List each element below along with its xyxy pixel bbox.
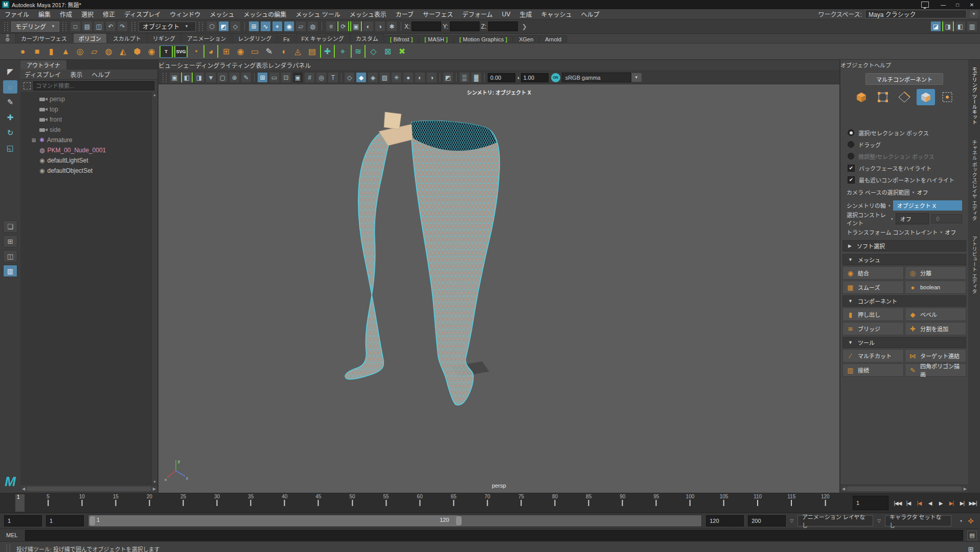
grip-handle[interactable]	[131, 22, 135, 31]
outliner-tab[interactable]: アウトライナ	[20, 60, 66, 70]
animation-start-field[interactable]: 1	[4, 515, 42, 526]
scroll-right-icon[interactable]: ▶	[964, 487, 967, 491]
range-options-icon[interactable]: ▽	[790, 518, 793, 523]
select-by-name-icon[interactable]	[24, 82, 31, 89]
step-back-frame-button[interactable]: |◀	[903, 497, 914, 509]
outliner-item-defaultObjectSet[interactable]: ◉defaultObjectSet	[20, 166, 157, 176]
pencil-curve-icon[interactable]: ✎	[263, 45, 276, 58]
chevron-down-icon[interactable]: ▾	[891, 217, 893, 221]
sculpt-plane-icon[interactable]: ▭	[248, 45, 261, 58]
menu-item[interactable]: キャッシュ	[537, 10, 577, 18]
menu-item[interactable]: 生成	[515, 10, 537, 18]
menu-item[interactable]: メッシュの編集	[239, 10, 291, 18]
svg-tool-icon[interactable]: SVG	[174, 45, 188, 58]
gamma-field[interactable]: 1.00	[521, 73, 549, 82]
sidebar-tab-モデリング ツールキット[interactable]: モデリング ツールキット	[970, 63, 978, 129]
timeline[interactable]: 1 51015202530354045505560657075808590951…	[14, 493, 846, 513]
save-scene-icon[interactable]: ◫	[94, 21, 104, 32]
connect-icon[interactable]: ◇	[367, 45, 380, 58]
field-chart-icon[interactable]: #	[304, 72, 315, 83]
panel-menu-ビュー[interactable]: ビュー	[158, 61, 177, 70]
viewport-panel[interactable]: ビューシェーディングライティング表示レンダラパネル ▣◧◨▼▢⊕✎⊞▭⊡▣#◎T…	[158, 60, 839, 493]
poly-torus-icon[interactable]: ◎	[74, 45, 86, 58]
grip-handle[interactable]	[199, 22, 203, 31]
shelf-tab-スカルプト[interactable]: スカルプト	[107, 33, 147, 43]
outliner-menu-表示[interactable]: 表示	[66, 70, 86, 79]
snap-to-view-planes-icon[interactable]: ▱	[295, 21, 306, 32]
poly-disc-icon[interactable]: ◍	[102, 45, 115, 58]
scale-tool-icon[interactable]: ◱	[3, 142, 17, 155]
modeling-toolkit-toggle-icon[interactable]: ◪	[930, 21, 941, 32]
screen-space-ao-icon[interactable]: ◐	[415, 72, 425, 83]
xray-icon[interactable]: ▒	[459, 72, 470, 83]
film-gate-icon[interactable]: ▭	[269, 72, 280, 83]
grid-icon[interactable]: ⊞	[257, 72, 268, 83]
grip-handle[interactable]	[163, 73, 167, 82]
scroll-right-icon[interactable]: ▶	[153, 487, 156, 491]
menu-item[interactable]: 編集	[34, 10, 55, 18]
toolkit-menu-オブジェクト[interactable]: オブジェクト	[840, 61, 874, 69]
menu-item[interactable]: ヘルプ	[577, 10, 604, 18]
go-to-start-button[interactable]: |◀◀	[893, 497, 903, 509]
transform-constraint-value[interactable]: オフ	[945, 228, 956, 236]
go-to-end-button[interactable]: ▶▶|	[968, 497, 978, 509]
toolkit-horizontal-scrollbar[interactable]: ◀ ▶	[840, 485, 968, 493]
textured-icon[interactable]: ▨	[379, 72, 390, 83]
script-editor-icon[interactable]: ▤	[967, 531, 977, 540]
poly-pyramid-icon[interactable]: ◭	[117, 45, 129, 58]
section-header-メッシュ[interactable]: ▼メッシュ	[842, 254, 966, 265]
shaded-icon[interactable]: ◆	[356, 72, 367, 83]
multi-cut-button[interactable]: ∕マルチカット	[842, 349, 904, 362]
connect-button[interactable]: ▥接続	[842, 363, 904, 377]
snap-to-grids-icon[interactable]: ⊞	[248, 21, 259, 32]
legs-wireframe-model[interactable]	[335, 105, 555, 411]
multi-component-button[interactable]: マルチコンポーネント	[865, 73, 943, 85]
poly-pipe-icon[interactable]: ◉	[145, 45, 158, 58]
color-management-toggle[interactable]: ON	[551, 73, 560, 82]
shelf-tab-XGen[interactable]: XGen	[513, 35, 539, 43]
toolkit-menu-ヘルプ[interactable]: ヘルプ	[874, 61, 891, 69]
menu-item[interactable]: 選択	[77, 10, 98, 18]
poly-cube-icon[interactable]: ■	[31, 45, 43, 58]
radio-選択/セレクション ボックス[interactable]: 選択/セレクション ボックス	[840, 127, 968, 139]
menu-set-selector[interactable]: モデリング▼	[11, 21, 59, 32]
target-weld-button[interactable]: ⋈ターゲット連結	[905, 349, 966, 362]
shelf-tab-アニメーション[interactable]: アニメーション	[181, 33, 232, 43]
outliner-search-input[interactable]	[33, 81, 154, 90]
panel-menu-ライティング[interactable]: ライティング	[219, 61, 256, 70]
view-transform-select[interactable]: sRGB gamma	[562, 73, 631, 82]
soccer-ball-icon[interactable]: ◉	[234, 45, 247, 58]
play-forwards-button[interactable]: ▶	[936, 497, 946, 509]
outliner-item-PKM_00_Nude_0001[interactable]: ◍PKM_00_Nude_0001	[20, 145, 157, 155]
shelf-tab-カーブ/サーフェス[interactable]: カーブ/サーフェス	[15, 33, 73, 43]
range-start-handle[interactable]	[89, 516, 95, 525]
play-backwards-button[interactable]: ◀	[925, 497, 935, 509]
chevron-down-icon[interactable]: ▼	[631, 73, 642, 82]
shadows-icon[interactable]: ●	[403, 72, 414, 83]
panel-menu-シェーディング[interactable]: シェーディング	[177, 61, 219, 70]
outliner-item-persp[interactable]: persp	[20, 94, 157, 104]
crease-icon[interactable]: ⊠	[381, 45, 394, 58]
open-scene-icon[interactable]: ▤	[82, 21, 93, 32]
menu-item[interactable]: メッシュ表示	[345, 10, 391, 18]
component-mode-icon[interactable]: ◇	[230, 21, 241, 32]
shelf-tab-カスタム[interactable]: カスタム	[350, 33, 384, 43]
chevron-down-icon[interactable]: ▼	[970, 10, 978, 18]
rotate-tool-icon[interactable]: ↻	[3, 126, 17, 140]
hierarchy-mode-icon[interactable]: ⬡	[207, 21, 217, 32]
safe-action-icon[interactable]: ◎	[316, 72, 327, 83]
target-weld-icon[interactable]: ≋	[351, 45, 366, 58]
uv-mode-button[interactable]	[938, 89, 956, 105]
face-mode-button[interactable]	[917, 89, 935, 105]
scroll-left-icon[interactable]: ◀	[22, 487, 25, 491]
wireframe-on-shaded-icon[interactable]: ◈	[368, 72, 378, 83]
outliner-menu-ディスプレイ[interactable]: ディスプレイ	[20, 70, 65, 79]
tool-settings-toggle-icon[interactable]: ◧	[955, 21, 966, 32]
collapse-arrow-icon[interactable]: ❯	[522, 23, 527, 30]
panel-menu-レンダラ[interactable]: レンダラ	[268, 61, 292, 70]
current-frame-field[interactable]: 1	[853, 496, 888, 510]
shelf-tab-Motion Graphics[interactable]: [ Motion Graphics ]	[454, 35, 513, 43]
outliner-item-Armature[interactable]: ⊞✱Armature	[20, 135, 157, 145]
shelf-tab-Bifrost[interactable]: [ Bifrost ]	[384, 35, 419, 43]
layout-single-pane-button[interactable]: ❏	[3, 220, 17, 233]
